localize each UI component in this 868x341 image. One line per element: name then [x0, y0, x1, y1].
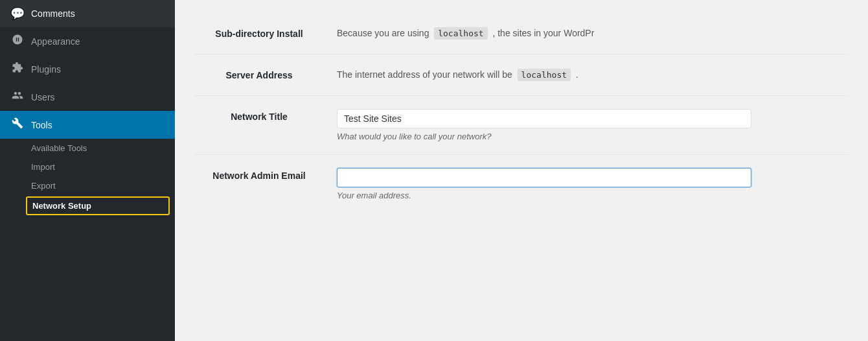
users-icon: [10, 89, 25, 104]
main-content: Sub-directory Install Because you are us…: [175, 0, 868, 341]
network-title-description: What would you like to call your network…: [337, 132, 836, 141]
divider-2: [194, 93, 849, 99]
field-label-network-title: Network Title: [194, 99, 337, 152]
sidebar-subitem-label: Network Setup: [32, 201, 91, 211]
sidebar-item-comments[interactable]: 💬 Comments: [0, 0, 175, 27]
divider-1: [194, 51, 849, 57]
field-value-server-address: The internet address of your network wil…: [337, 57, 849, 93]
sidebar-subitem-label: Import: [31, 162, 55, 172]
sidebar-subitem-network-setup[interactable]: Network Setup: [26, 196, 170, 215]
settings-form-table: Sub-directory Install Because you are us…: [194, 16, 849, 211]
comments-icon: 💬: [10, 6, 25, 21]
row-network-title: Network Title What would you like to cal…: [194, 99, 849, 152]
field-value-sub-directory: Because you are using localhost , the si…: [337, 16, 849, 51]
server-address-description: The internet address of your network wil…: [337, 67, 836, 82]
sidebar-subitem-export[interactable]: Export: [0, 176, 175, 195]
plugins-icon: [10, 62, 25, 76]
tools-icon: [10, 117, 25, 132]
field-label-network-admin-email: Network Admin Email: [194, 158, 337, 211]
field-value-network-admin-email: Your email address.: [337, 158, 849, 211]
sidebar: 💬 Comments Appearance Plugins Users: [0, 0, 175, 341]
sidebar-item-label: Users: [31, 92, 55, 102]
sidebar-item-users[interactable]: Users: [0, 83, 175, 111]
appearance-icon: [10, 34, 25, 49]
row-network-admin-email: Network Admin Email Your email address.: [194, 158, 849, 211]
row-sub-directory-install: Sub-directory Install Because you are us…: [194, 16, 849, 51]
field-label-sub-directory: Sub-directory Install: [194, 16, 337, 51]
sidebar-item-label: Appearance: [31, 36, 80, 47]
localhost-code-1: localhost: [434, 27, 487, 40]
network-admin-email-description: Your email address.: [337, 191, 836, 200]
localhost-code-2: localhost: [518, 69, 571, 81]
field-label-server-address: Server Address: [194, 57, 337, 93]
sidebar-item-appearance[interactable]: Appearance: [0, 27, 175, 55]
network-title-input[interactable]: [337, 109, 751, 128]
sidebar-subitem-available-tools[interactable]: Available Tools: [0, 139, 175, 158]
divider-3: [194, 152, 849, 158]
sidebar-item-tools[interactable]: Tools: [0, 111, 175, 139]
sub-directory-description: Because you are using localhost , the si…: [337, 26, 836, 41]
sidebar-subitem-import[interactable]: Import: [0, 158, 175, 176]
sidebar-subitem-label: Available Tools: [31, 143, 87, 153]
sidebar-item-label: Comments: [31, 8, 75, 19]
field-value-network-title: What would you like to call your network…: [337, 99, 849, 152]
sidebar-subitem-label: Export: [31, 181, 56, 191]
sidebar-item-label: Tools: [31, 120, 52, 130]
network-admin-email-input[interactable]: [337, 168, 751, 187]
sidebar-item-plugins[interactable]: Plugins: [0, 55, 175, 83]
row-server-address: Server Address The internet address of y…: [194, 57, 849, 93]
sidebar-item-label: Plugins: [31, 64, 61, 75]
